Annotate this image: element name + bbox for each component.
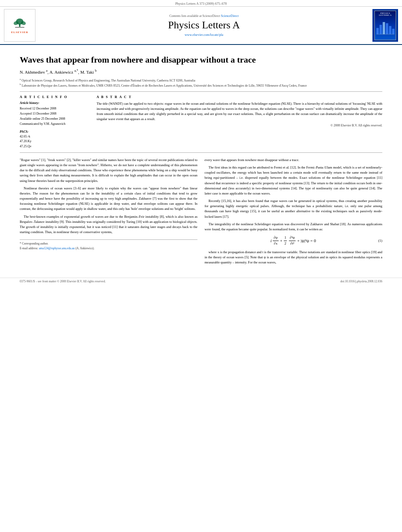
available-date: Available online 25 December 2008 <box>20 117 89 122</box>
abstract-heading: A B S T R A C T <box>97 95 382 99</box>
bottom-bar: 0375-9601/$ – see front matter © 2008 El… <box>0 278 402 285</box>
journal-title: Physics Letters A <box>39 19 369 31</box>
affiliation-b: b Laboratoire de Physique des Lasers, At… <box>20 83 382 88</box>
received-date: Received 12 December 2008 <box>20 106 89 111</box>
journal-citation: Physics Letters A 373 (2009) 675–678 <box>0 0 402 7</box>
eq-number: (1) <box>378 238 383 244</box>
affiliation-a: a Optical Sciences Group, Research Schoo… <box>20 78 382 83</box>
footnote-area: * Corresponding author. E-mail address: … <box>20 239 197 250</box>
pacs-item-3: 47.25.Qv <box>20 144 89 149</box>
sciencedirect-text: Contents lists available at ScienceDirec… <box>39 14 369 18</box>
eq-plus1: + <box>280 237 283 244</box>
article-info-heading: A R T I C L E I N F O <box>20 95 89 99</box>
affil-b: b <box>95 69 97 72</box>
journal-url[interactable]: www.elsevier.com/locate/pla <box>39 33 369 37</box>
left-column: "Rogue waves" [1], "freak waves" [2], "k… <box>20 158 197 268</box>
doi-text: doi:10.1016/j.physleta.2008.12.036 <box>341 280 382 283</box>
eq-i: i <box>270 237 272 244</box>
pacs-items: 42.65.-k 47.20.Ky 47.25.Qv <box>20 134 89 149</box>
right-column: every wave that appears from nowhere mus… <box>205 158 382 268</box>
citation-text: Physics Letters A 373 (2009) 675–678 <box>175 2 227 6</box>
footnote-email-address[interactable]: ama124@rsphysse.anu.edu.au <box>39 247 75 250</box>
eq-partial-psi-x: ∂ψ ∂x <box>272 235 279 247</box>
eq-half: 1 2 <box>284 235 287 247</box>
abstract-text: The title (WANDT) can be applied to two … <box>97 101 382 121</box>
body-para-r4: The integrability of the nonlinear Schrö… <box>205 222 382 232</box>
pacs-title: PACS: <box>20 130 89 133</box>
body-para-2: Nonlinear theories of ocean waves [3–6] … <box>20 186 197 212</box>
svg-rect-7 <box>383 22 385 34</box>
article-info-panel: A R T I C L E I N F O Article history: R… <box>20 95 89 149</box>
abstract-panel: A B S T R A C T The title (WANDT) can be… <box>97 95 382 149</box>
eq-plus2: + |ψ|²ψ = 0 <box>297 237 316 244</box>
footnote-email-attr: (A. Ankiewicz). <box>75 247 94 250</box>
pacs-item-1: 42.65.-k <box>20 134 89 139</box>
affil-a: a <box>46 69 48 72</box>
footnote-email: E-mail address: ama124@rsphysse.anu.edu.… <box>20 246 197 250</box>
body-para-r2: The first ideas in this regard can be at… <box>205 165 382 196</box>
cover-title: PHYSICS LETTERS A <box>376 12 395 16</box>
communicated-by: Communicated by V.M. Agranovich <box>20 122 89 127</box>
body-para-1: "Rogue waves" [1], "freak waves" [2], "k… <box>20 158 197 184</box>
journal-cover-image: PHYSICS LETTERS A <box>374 11 396 40</box>
pacs-item-2: 47.20.Ky <box>20 139 89 144</box>
footnote-star: * Corresponding author. <box>20 241 197 246</box>
svg-rect-8 <box>386 23 388 34</box>
affil-a2: a,* <box>74 69 78 72</box>
journal-cover: PHYSICS LETTERS A <box>372 9 398 42</box>
copyright-line: © 2008 Elsevier B.V. All rights reserved… <box>97 124 382 127</box>
body-para-3: The best-known examples of exponential g… <box>20 214 197 235</box>
svg-rect-10 <box>392 29 395 34</box>
equation-1: i ∂ψ ∂x + 1 2 ∂²ψ ∂t² <box>205 235 382 247</box>
svg-rect-4 <box>15 27 24 28</box>
sciencedirect-link[interactable]: ScienceDirect <box>221 14 238 18</box>
journal-banner: ELSEVIER Contents lists available at Sci… <box>0 7 402 45</box>
pacs-section: PACS: 42.65.-k 47.20.Ky 47.25.Qv <box>20 130 89 149</box>
elsevier-text: ELSEVIER <box>11 31 28 34</box>
authors-line: N. Akhmediev a, A. Ankiewicz a,*, M. Tak… <box>20 69 382 74</box>
body-para-r5: where x is the propagation distance and … <box>205 250 382 265</box>
article-meta: A R T I C L E I N F O Article history: R… <box>20 91 382 153</box>
journal-center: Contents lists available at ScienceDirec… <box>39 9 369 42</box>
cover-graph-icon <box>376 16 395 36</box>
svg-rect-6 <box>380 25 382 34</box>
paper-content: Waves that appear from nowhere and disap… <box>0 45 402 274</box>
accepted-date: Accepted 13 December 2008 <box>20 111 89 117</box>
issn-text: 0375-9601/$ – see front matter © 2008 El… <box>20 280 106 283</box>
svg-rect-1 <box>19 24 20 27</box>
svg-rect-5 <box>376 28 379 34</box>
affiliations: a Optical Sciences Group, Research Schoo… <box>20 78 382 88</box>
body-para-r1: every wave that appears from nowhere mus… <box>205 158 382 163</box>
article-history-title: Article history: <box>20 101 89 105</box>
elsevier-logo: ELSEVIER <box>4 9 35 42</box>
footnote-email-label: E-mail address: <box>20 247 38 250</box>
body-columns: "Rogue waves" [1], "freak waves" [2], "k… <box>20 158 382 268</box>
elsevier-svg-icon <box>8 17 32 31</box>
svg-rect-9 <box>389 26 391 34</box>
paper-title: Waves that appear from nowhere and disap… <box>20 55 382 65</box>
body-para-r3: Recently [15,16], it has also been found… <box>205 198 382 219</box>
article-history-items: Received 12 December 2008 Accepted 13 De… <box>20 106 89 126</box>
eq-partial2-psi-t2: ∂²ψ ∂t² <box>288 235 296 247</box>
